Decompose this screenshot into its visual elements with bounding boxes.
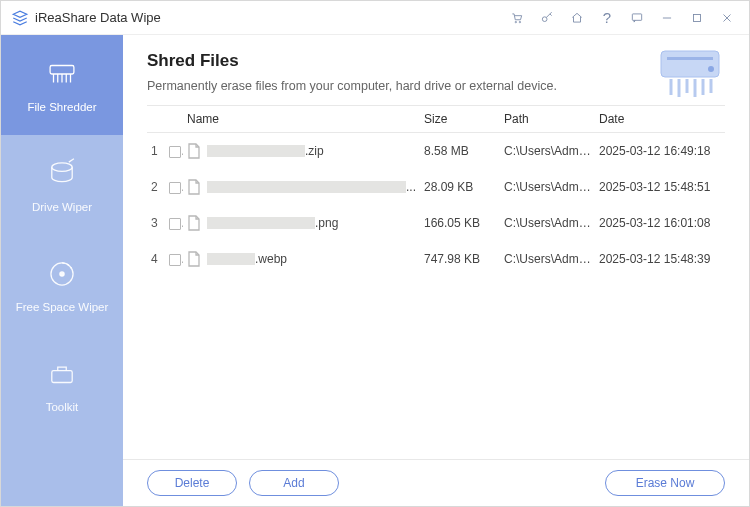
cart-icon[interactable] [505,6,529,30]
table-row[interactable]: 3.png166.05 KBC:\Users\Admi...2025-03-12… [147,205,725,241]
cell-size: 166.05 KB [420,205,500,241]
svg-point-6 [52,163,72,172]
sidebar-item-toolkit[interactable]: Toolkit [1,335,123,435]
titlebar: iReaShare Data Wipe ? [1,1,749,35]
cell-date: 2025-03-12 15:48:39 [595,241,725,277]
filename-redacted [207,181,406,193]
filename-redacted [207,217,315,229]
drive-wiper-icon [45,157,79,193]
maximize-icon[interactable] [685,6,709,30]
sidebar-item-label: Toolkit [46,401,79,413]
sidebar-item-label: Drive Wiper [32,201,92,213]
delete-button[interactable]: Delete [147,470,237,496]
file-icon [187,215,201,231]
svg-rect-5 [50,66,74,75]
svg-point-0 [515,21,516,22]
sidebar-item-free-space-wiper[interactable]: Free Space Wiper [1,235,123,335]
cell-date: 2025-03-12 16:01:08 [595,205,725,241]
sidebar: File Shredder Drive Wiper Free Space Wip… [1,35,123,506]
col-header-name[interactable]: Name [183,106,420,133]
file-icon [187,143,201,159]
close-icon[interactable] [715,6,739,30]
file-table: Name Size Path Date 1.zip8.58 MBC:\Users… [147,105,725,277]
sidebar-item-drive-wiper[interactable]: Drive Wiper [1,135,123,235]
cell-path: C:\Users\Admi... [500,205,595,241]
row-index: 1 [147,133,165,170]
table-header-row: Name Size Path Date [147,106,725,133]
help-icon[interactable]: ? [595,6,619,30]
filename-trailing: ... [406,180,416,194]
table-row[interactable]: 4.webp747.98 KBC:\Users\Admi...2025-03-1… [147,241,725,277]
file-icon [187,179,201,195]
sidebar-item-label: Free Space Wiper [16,301,109,313]
svg-rect-9 [52,371,72,383]
svg-point-12 [708,66,714,72]
erase-now-button[interactable]: Erase Now [605,470,725,496]
svg-point-1 [519,21,520,22]
col-header-date[interactable]: Date [595,106,725,133]
svg-point-2 [542,16,547,21]
file-table-wrap: Name Size Path Date 1.zip8.58 MBC:\Users… [123,105,749,459]
cell-size: 747.98 KB [420,241,500,277]
table-row[interactable]: 1.zip8.58 MBC:\Users\Admi...2025-03-12 1… [147,133,725,170]
filename-extension: .png [315,216,338,230]
svg-rect-10 [661,51,719,77]
home-icon[interactable] [565,6,589,30]
row-index: 3 [147,205,165,241]
cell-size: 28.09 KB [420,169,500,205]
cell-path: C:\Users\Admi... [500,241,595,277]
col-header-path[interactable]: Path [500,106,595,133]
svg-point-8 [60,272,64,276]
row-checkbox[interactable] [169,218,181,230]
shredder-illustration-icon [655,45,725,103]
page-subtitle: Permanently erase files from your comput… [147,79,725,93]
minimize-icon[interactable] [655,6,679,30]
row-checkbox[interactable] [169,182,181,194]
sidebar-item-label: File Shredder [27,101,96,113]
filename-extension: .zip [305,144,324,158]
row-checkbox[interactable] [169,146,181,158]
cell-date: 2025-03-12 15:48:51 [595,169,725,205]
col-header-size[interactable]: Size [420,106,500,133]
cell-path: C:\Users\Admi... [500,133,595,170]
feedback-icon[interactable] [625,6,649,30]
cell-date: 2025-03-12 16:49:18 [595,133,725,170]
svg-rect-11 [667,57,713,60]
app-title: iReaShare Data Wipe [35,10,161,25]
cell-path: C:\Users\Admi... [500,169,595,205]
page-title: Shred Files [147,51,725,71]
table-row[interactable]: 2...28.09 KBC:\Users\Admi...2025-03-12 1… [147,169,725,205]
main-panel: Shred Files Permanently erase files from… [123,35,749,506]
cell-size: 8.58 MB [420,133,500,170]
footer-bar: Delete Add Erase Now [123,459,749,506]
free-space-wiper-icon [45,257,79,293]
svg-rect-3 [632,13,641,19]
filename-redacted [207,253,255,265]
add-button[interactable]: Add [249,470,339,496]
sidebar-item-file-shredder[interactable]: File Shredder [1,35,123,135]
svg-rect-4 [694,14,701,21]
row-index: 2 [147,169,165,205]
file-shredder-icon [45,57,79,93]
key-icon[interactable] [535,6,559,30]
app-window: iReaShare Data Wipe ? File Shredder Driv… [0,0,750,507]
page-header: Shred Files Permanently erase files from… [123,35,749,105]
app-logo-icon [11,9,29,27]
toolkit-icon [45,357,79,393]
file-icon [187,251,201,267]
row-checkbox[interactable] [169,254,181,266]
filename-redacted [207,145,305,157]
row-index: 4 [147,241,165,277]
filename-extension: .webp [255,252,287,266]
